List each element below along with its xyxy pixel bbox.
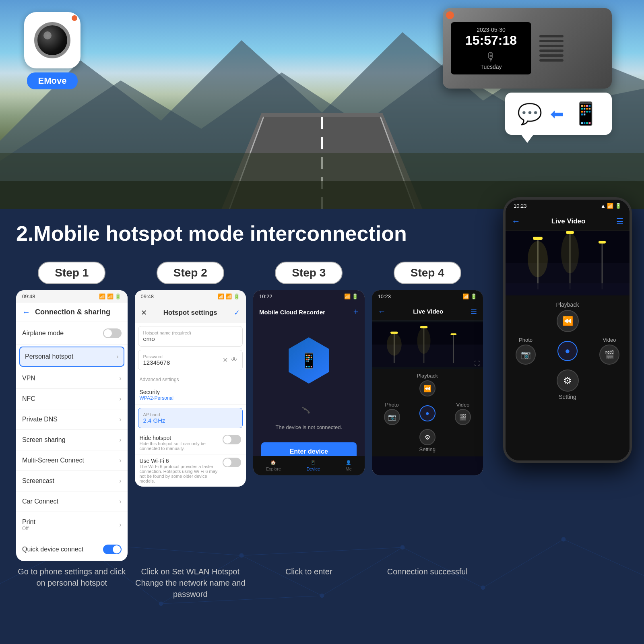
- step4-status-bar: 10:23 📶 🔋: [372, 290, 483, 303]
- large-setting-label: Setting: [559, 394, 576, 400]
- chat-icon: 💬: [517, 102, 542, 126]
- quick-connect-toggle[interactable]: [103, 545, 122, 554]
- explore-icon: 🏠: [270, 460, 276, 465]
- dashcam-day: Tuesday: [480, 64, 502, 70]
- hexagon-container: 📱: [253, 321, 365, 400]
- large-phone-signal: ▲ 📶 🔋: [601, 203, 621, 209]
- device-label: Device: [306, 466, 320, 471]
- step4-video-area: ⛶: [372, 320, 483, 369]
- large-photo-label: Photo: [519, 337, 533, 343]
- wifi6-toggle[interactable]: [223, 458, 241, 467]
- tab-device[interactable]: 📱 Device: [306, 460, 320, 471]
- tab-me[interactable]: 👤 Me: [345, 460, 351, 471]
- checkmark-icon[interactable]: ✓: [234, 308, 240, 317]
- menu-item-carconnect[interactable]: Car Connect ›: [16, 491, 128, 512]
- back-arrow-icon[interactable]: ←: [378, 307, 386, 316]
- menu-item-quick-connect[interactable]: Quick device connect: [16, 538, 128, 561]
- chevron-right-icon: ›: [119, 521, 121, 528]
- menu-item-private-dns[interactable]: Private DNS ›: [16, 409, 128, 430]
- hotspot-name-field[interactable]: Hotspot name (required) emo: [138, 326, 243, 347]
- step4-time: 10:23: [378, 293, 391, 299]
- step4-live-screen: 10:23 📶 🔋 ← Live Video ☰: [372, 290, 483, 475]
- menu-item-hotspot[interactable]: Personal hotspot ›: [19, 347, 124, 367]
- tab-explore[interactable]: 🏠 Explore: [266, 460, 281, 471]
- speaker-line: [539, 35, 564, 37]
- clear-icon[interactable]: ✕: [223, 356, 228, 364]
- ap-band-field[interactable]: AP band 2.4 GHz: [138, 408, 243, 428]
- advanced-settings-label: Advanced settings: [135, 374, 246, 386]
- svg-point-45: [561, 233, 579, 273]
- large-phone-time: 10:23: [514, 203, 527, 209]
- large-phone: 10:23 ▲ 📶 🔋 ← Live Video ☰: [503, 197, 632, 463]
- fullscreen-icon[interactable]: ⛶: [474, 360, 480, 367]
- setting-label: Setting: [419, 446, 436, 452]
- app-name-label: EMove: [27, 72, 78, 89]
- step-2-phone: 09:48 📶 📶 🔋 ✕ Hotspot settings ✓ Hotspot…: [135, 290, 246, 487]
- middle-btn[interactable]: ●: [419, 405, 436, 421]
- svg-point-26: [561, 537, 566, 541]
- large-setting-btn[interactable]: ⚙: [557, 369, 579, 392]
- step3-signal: 📶 🔋: [344, 293, 359, 299]
- menu-item-screen-sharing[interactable]: Screen sharing ›: [16, 430, 128, 450]
- playback-center: Playback ⏪: [376, 373, 479, 396]
- menu-item-vpn[interactable]: VPN ›: [16, 368, 128, 389]
- tablet-icon: 📱: [572, 101, 600, 127]
- security-setting: Security WPA2-Personal: [135, 386, 246, 405]
- svg-point-42: [528, 241, 548, 277]
- large-phone-status: 10:23 ▲ 📶 🔋: [506, 200, 630, 212]
- device-icon: 📱: [310, 460, 316, 465]
- not-connected-text: The device is not connected.: [253, 420, 365, 434]
- back-icon[interactable]: ←: [22, 308, 30, 317]
- airplane-mode-label: Airplane mode: [22, 330, 64, 337]
- svg-line-11: [161, 555, 242, 604]
- video-button[interactable]: 🎬: [455, 409, 471, 425]
- dashcam-date: 2023-05-30: [477, 27, 506, 33]
- large-video-btn[interactable]: 🎬: [599, 345, 619, 365]
- menu-item-print[interactable]: Print Off ›: [16, 512, 128, 538]
- step4-header: ← Live Video ☰: [372, 303, 483, 320]
- chevron-right-icon: ›: [119, 457, 121, 464]
- step1-header-title: Connection & sharing: [35, 308, 110, 316]
- airplane-toggle[interactable]: [103, 328, 122, 338]
- menu-item-multiscreen[interactable]: Multi-Screen Connect ›: [16, 450, 128, 471]
- chevron-right-icon: ›: [119, 498, 121, 505]
- menu-item-nfc[interactable]: NFC ›: [16, 389, 128, 409]
- playback-button[interactable]: ⏪: [419, 380, 436, 396]
- password-field[interactable]: Password 12345678 ✕ 👁: [138, 350, 243, 370]
- large-playback-btn[interactable]: ⏪: [557, 310, 579, 332]
- svg-rect-47: [599, 241, 606, 244]
- eye-icon[interactable]: 👁: [231, 356, 237, 364]
- connection-illustration: 💬 ⬅ 📱: [505, 93, 612, 135]
- camera-lens-icon: [34, 22, 70, 58]
- me-label: Me: [345, 466, 351, 471]
- large-menu-icon[interactable]: ☰: [616, 217, 623, 226]
- menu-icon[interactable]: ☰: [471, 307, 477, 316]
- step-2-wrapper: Step 2 09:48 📶 📶 🔋 ✕ Hotspot settings ✓ …: [135, 262, 246, 561]
- screen-sharing-label: Screen sharing: [22, 436, 66, 444]
- add-icon[interactable]: +: [353, 307, 359, 317]
- setting-button[interactable]: ⚙: [419, 429, 436, 445]
- step1-time: 09:48: [22, 293, 35, 299]
- step-1-wrapper: Step 1 09:48 📶 📶 🔋 ← Connection & sharin…: [16, 262, 128, 561]
- hide-hotspot-toggle[interactable]: [223, 435, 241, 444]
- steps-area: Step 1 09:48 📶 📶 🔋 ← Connection & sharin…: [16, 262, 483, 561]
- close-icon[interactable]: ✕: [141, 308, 147, 317]
- security-label: Security: [140, 389, 242, 395]
- photo-button[interactable]: 📷: [384, 409, 400, 425]
- large-photo-btn[interactable]: 📷: [516, 345, 536, 365]
- photo-label: Photo: [385, 402, 399, 408]
- large-back-icon[interactable]: ←: [512, 216, 520, 227]
- large-playback-label: Playback: [556, 301, 579, 308]
- large-video-label: Video: [603, 337, 616, 343]
- large-phone-inner: 10:23 ▲ 📶 🔋 ← Live Video ☰: [506, 200, 630, 460]
- large-phone-video: [506, 231, 630, 295]
- wifi6-setting: Use Wi-Fi 6 The Wi-Fi 6 protocol provide…: [135, 454, 246, 487]
- rec-indicator: [446, 11, 454, 19]
- hotspot-settings-title: Hotspot settings: [163, 309, 217, 317]
- menu-item-screencast[interactable]: Screencast ›: [16, 471, 128, 491]
- dashcam-speaker: [539, 35, 564, 62]
- svg-line-12: [242, 555, 322, 596]
- large-center-btn[interactable]: ●: [557, 341, 578, 361]
- large-video: Video 🎬: [599, 337, 619, 365]
- svg-point-25: [481, 586, 485, 590]
